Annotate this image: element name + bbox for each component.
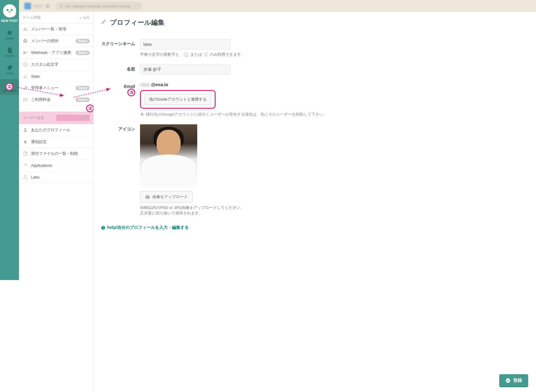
svg-point-2 bbox=[24, 164, 25, 165]
svg-point-3 bbox=[25, 164, 26, 165]
search-icon bbox=[59, 4, 63, 8]
card-icon bbox=[23, 97, 28, 102]
search-input[interactable]: foo category:bar/baz comment:foobar bbox=[55, 2, 143, 10]
team-icon bbox=[24, 3, 31, 9]
sidebar-item-notifications[interactable]: 通知設定 bbox=[19, 136, 93, 148]
chevron-down-icon: ▾ bbox=[45, 4, 50, 8]
upload-image-button[interactable]: 画像をアップロード bbox=[140, 191, 193, 203]
rail-posts[interactable]: POSTS bbox=[0, 44, 19, 60]
sidebar-item-labs[interactable]: Labs bbox=[19, 171, 93, 183]
team-name: team bbox=[33, 4, 43, 8]
pencil-icon bbox=[101, 19, 107, 26]
new-post-label: NEW POST bbox=[1, 19, 18, 23]
home-icon bbox=[6, 30, 13, 36]
label-screenname: スクリーンネーム bbox=[101, 39, 140, 47]
rail-home[interactable]: HOME bbox=[0, 27, 19, 42]
send-icon bbox=[23, 50, 28, 55]
tags-icon bbox=[6, 64, 13, 71]
svg-point-5 bbox=[24, 165, 25, 166]
new-post-button[interactable] bbox=[3, 4, 16, 17]
nav-rail: NEW POST HOME POSTS TAGS SETTINGS ① bbox=[0, 0, 19, 280]
email-value: xxxx@esa.io bbox=[140, 82, 333, 87]
sidebar-item-attachments[interactable]: 添付ファイルの一覧・削除 bbox=[19, 148, 93, 159]
annotation-marker-1: ① bbox=[5, 83, 13, 91]
user-icon bbox=[23, 127, 28, 133]
sidebar-item-admin[interactable]: 管理者メニュー Owner bbox=[19, 82, 93, 94]
label-icon: アイコン bbox=[101, 124, 140, 132]
plus-circle-icon bbox=[23, 38, 28, 44]
rail-tags[interactable]: TAGS bbox=[0, 62, 19, 77]
top-bar: team ▾ foo category:bar/baz comment:foob… bbox=[19, 0, 383, 12]
svg-point-6 bbox=[25, 165, 26, 166]
help-link[interactable]: help/自分のプロフィールを入力・編集する bbox=[101, 225, 383, 230]
owner-badge: Owner bbox=[76, 86, 90, 90]
svg-point-4 bbox=[26, 164, 27, 165]
label-name: 名前 bbox=[101, 64, 140, 72]
flask-icon bbox=[23, 174, 28, 180]
sidebar-item-emoji[interactable]: カスタム絵文字 bbox=[19, 58, 93, 70]
apps-icon bbox=[23, 163, 28, 168]
wrench-icon bbox=[23, 85, 28, 91]
document-icon bbox=[6, 47, 13, 54]
sidebar-item-members[interactable]: メンバー一覧・管理 bbox=[19, 23, 93, 35]
link-google-button[interactable]: 他のGooleアカウントと連携する bbox=[145, 94, 211, 105]
team-selector[interactable]: team ▾ bbox=[22, 2, 52, 11]
pencil-icon bbox=[13, 13, 17, 18]
owner-badge: Owner bbox=[76, 98, 90, 102]
svg-rect-1 bbox=[23, 98, 27, 101]
email-warning: 移行先のGoogleアカウントに紐付くユーザーが存在する場合は、先にそのユーザー… bbox=[140, 112, 333, 117]
avatar-image bbox=[140, 124, 197, 188]
main-content: プロフィール編集 スクリーンネーム 半角小文字の英数字と、_ または - のみ利… bbox=[94, 12, 383, 280]
svg-point-0 bbox=[23, 63, 27, 66]
smile-icon bbox=[23, 62, 28, 67]
file-icon bbox=[23, 151, 28, 156]
hint-screenname: 半角小文字の英数字と、_ または - のみ利用できます。 bbox=[140, 52, 333, 57]
profile-edit-link[interactable]: プロフィール編集 bbox=[56, 115, 90, 121]
bell-icon bbox=[23, 139, 28, 145]
svg-point-7 bbox=[26, 165, 27, 166]
label-email: Email bbox=[101, 82, 140, 89]
page-title: プロフィール編集 bbox=[101, 18, 383, 27]
pencil-icon bbox=[79, 16, 82, 19]
hint-icon: 5MB以内のPNG or JPG画像をアップロードしてください。 正方形に切り抜… bbox=[140, 205, 333, 216]
chart-icon bbox=[23, 73, 28, 79]
help-icon bbox=[101, 226, 105, 230]
settings-sidebar: チーム情報 編集 メンバー一覧・管理 メンバーの招待 Owner Webhook… bbox=[19, 12, 94, 280]
camera-icon bbox=[145, 194, 150, 199]
owner-badge: Owner bbox=[76, 51, 90, 55]
pencil-icon bbox=[58, 117, 61, 120]
sidebar-item-profile[interactable]: あなたのプロフィール bbox=[19, 124, 93, 136]
google-link-highlight: 他のGooleアカウントと連携する bbox=[140, 90, 216, 109]
input-name[interactable] bbox=[140, 64, 230, 75]
owner-badge: Owner bbox=[76, 39, 90, 43]
sidebar-section-user: ユーザー設定 プロフィール編集 ② bbox=[19, 112, 93, 124]
sidebar-section-team: チーム情報 編集 bbox=[19, 12, 93, 23]
team-edit-link[interactable]: 編集 bbox=[79, 15, 90, 20]
warning-icon bbox=[140, 112, 144, 116]
users-icon bbox=[23, 26, 28, 32]
sidebar-item-invite[interactable]: メンバーの招待 Owner bbox=[19, 35, 93, 47]
input-screenname[interactable] bbox=[140, 39, 230, 49]
sidebar-item-applications[interactable]: Applications bbox=[19, 159, 93, 171]
annotation-marker-2: ② bbox=[86, 104, 94, 112]
sidebar-item-stats[interactable]: Stats bbox=[19, 70, 93, 82]
annotation-marker-3: ③ bbox=[127, 89, 135, 96]
sidebar-item-webhook[interactable]: Webhook・アプリ連携 Owner bbox=[19, 47, 93, 58]
sidebar-item-billing[interactable]: ご利用料金 Owner bbox=[19, 94, 93, 105]
